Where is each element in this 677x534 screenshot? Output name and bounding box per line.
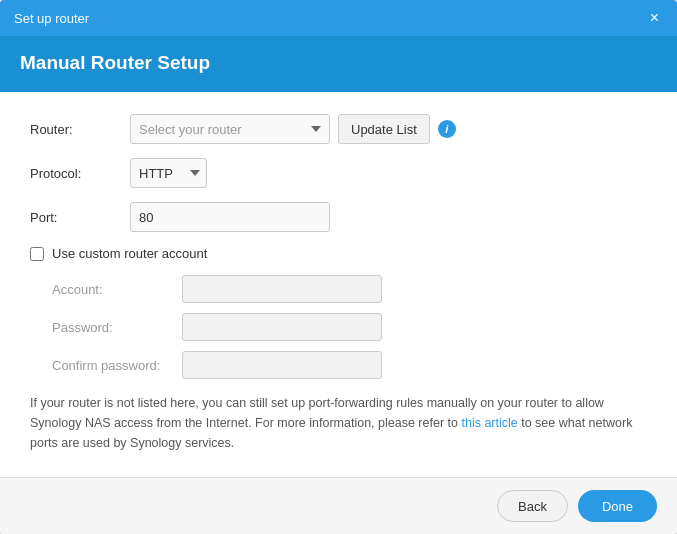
this-article-link[interactable]: this article [461, 416, 517, 430]
router-select[interactable]: Select your router [130, 114, 330, 144]
password-input[interactable] [182, 313, 382, 341]
port-row: Port: [30, 202, 647, 232]
port-label: Port: [30, 210, 130, 225]
account-row: Account: [52, 275, 647, 303]
info-icon[interactable]: i [438, 120, 456, 138]
title-bar: Set up router × [0, 0, 677, 36]
port-input[interactable] [130, 202, 330, 232]
done-button[interactable]: Done [578, 490, 657, 522]
header: Manual Router Setup [0, 36, 677, 92]
update-list-button[interactable]: Update List [338, 114, 430, 144]
page-title: Manual Router Setup [20, 52, 657, 74]
password-label: Password: [52, 320, 182, 335]
confirm-password-label: Confirm password: [52, 358, 182, 373]
custom-account-checkbox[interactable] [30, 247, 44, 261]
close-button[interactable]: × [646, 8, 663, 28]
confirm-password-row: Confirm password: [52, 351, 647, 379]
password-row: Password: [52, 313, 647, 341]
back-button[interactable]: Back [497, 490, 568, 522]
info-text: If your router is not listed here, you c… [30, 393, 647, 453]
router-row: Router: Select your router Update List i [30, 114, 647, 144]
account-label: Account: [52, 282, 182, 297]
protocol-select[interactable]: HTTP HTTPS [130, 158, 207, 188]
protocol-label: Protocol: [30, 166, 130, 181]
protocol-row: Protocol: HTTP HTTPS [30, 158, 647, 188]
confirm-password-input[interactable] [182, 351, 382, 379]
title-bar-text: Set up router [14, 11, 89, 26]
custom-account-row: Use custom router account [30, 246, 647, 261]
footer: Back Done [0, 477, 677, 534]
custom-account-label[interactable]: Use custom router account [52, 246, 207, 261]
router-controls: Select your router Update List i [130, 114, 456, 144]
dialog-container: Set up router × Manual Router Setup Rout… [0, 0, 677, 534]
account-input[interactable] [182, 275, 382, 303]
sub-form: Account: Password: Confirm password: [52, 275, 647, 379]
router-label: Router: [30, 122, 130, 137]
content-area: Router: Select your router Update List i… [0, 92, 677, 477]
